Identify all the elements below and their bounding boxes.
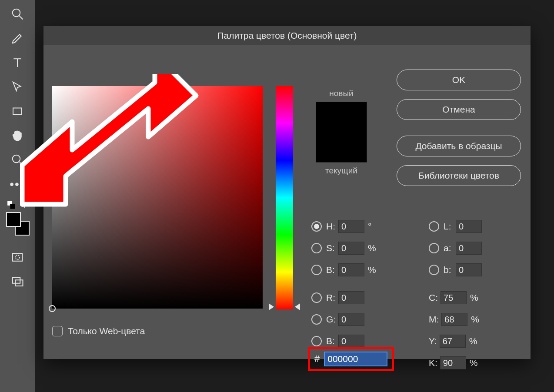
svg-rect-7 [13, 253, 23, 261]
unit-h: ° [368, 221, 371, 232]
input-h[interactable] [338, 220, 364, 233]
color-preview-swatch[interactable] [316, 102, 367, 163]
swap-colors-icon[interactable] [19, 202, 27, 209]
input-r[interactable] [338, 291, 364, 304]
web-colors-checkbox[interactable] [52, 326, 63, 336]
color-controls [5, 202, 30, 236]
input-m[interactable] [441, 313, 467, 326]
color-libraries-button[interactable]: Библиотеки цветов [397, 165, 521, 186]
color-picker-dialog: Палитра цветов (Основной цвет) новый тек… [43, 26, 531, 359]
radio-l[interactable] [429, 221, 439, 232]
foreground-color-swatch[interactable] [6, 212, 21, 227]
svg-point-0 [13, 9, 20, 17]
color-sample-ring[interactable] [49, 305, 56, 312]
radio-a[interactable] [429, 243, 439, 253]
web-colors-label: Только Web-цвета [68, 326, 145, 336]
screenmode-tool[interactable] [7, 271, 28, 292]
input-bch[interactable] [338, 335, 364, 348]
svg-line-6 [20, 162, 23, 166]
default-colors-icon[interactable] [7, 201, 17, 210]
color-field[interactable] [52, 86, 263, 309]
radio-bv[interactable] [311, 265, 322, 275]
tools-toolbar: ••• [0, 0, 35, 392]
hex-input[interactable] [324, 352, 387, 366]
current-color-label: текущий [313, 166, 370, 176]
label-r: R: [326, 292, 338, 303]
path-select-tool[interactable] [7, 76, 28, 97]
radio-g[interactable] [311, 314, 322, 325]
radio-h[interactable] [311, 221, 322, 232]
radio-s[interactable] [311, 243, 322, 253]
label-y: Y: [429, 336, 437, 346]
new-color-label: новый [313, 89, 370, 98]
zoom-tool[interactable] [7, 149, 28, 170]
input-a[interactable] [456, 242, 482, 255]
radio-bch[interactable] [311, 336, 322, 346]
more-tools-icon[interactable]: ••• [7, 174, 28, 195]
hue-handle-right[interactable] [295, 303, 300, 310]
svg-rect-4 [13, 108, 22, 115]
input-y[interactable] [440, 335, 466, 348]
hand-tool[interactable] [7, 125, 28, 146]
hue-handle-left[interactable] [269, 303, 274, 310]
hue-slider[interactable] [276, 86, 293, 309]
input-c[interactable] [441, 291, 467, 304]
label-bv: B: [326, 265, 338, 275]
ok-button[interactable]: OK [397, 70, 521, 90]
text-tool[interactable] [7, 52, 28, 73]
label-m: M: [429, 314, 439, 325]
pen-tool[interactable] [7, 28, 28, 49]
label-c: C: [429, 292, 438, 303]
cancel-button[interactable]: Отмена [397, 99, 521, 120]
hex-hash: # [314, 353, 320, 365]
label-l: L: [444, 221, 456, 232]
unit-y: % [469, 336, 477, 346]
magnify-tool[interactable] [7, 3, 28, 24]
radio-b[interactable] [429, 265, 439, 275]
input-bv[interactable] [338, 263, 364, 276]
label-k: K: [429, 358, 437, 368]
input-s[interactable] [338, 242, 364, 255]
svg-point-8 [15, 255, 20, 259]
input-b[interactable] [456, 263, 482, 276]
unit-c: % [470, 292, 478, 303]
input-l[interactable] [456, 220, 482, 233]
unit-k: % [470, 358, 478, 368]
label-b: b: [444, 265, 456, 275]
rectangle-tool[interactable] [7, 101, 28, 122]
add-to-swatches-button[interactable]: Добавить в образцы [397, 136, 521, 156]
label-a: a: [444, 243, 456, 253]
label-s: S: [326, 243, 338, 253]
svg-line-1 [19, 16, 23, 20]
radio-r[interactable] [311, 292, 322, 303]
quickmask-tool[interactable] [7, 247, 28, 268]
svg-point-5 [13, 155, 20, 163]
unit-bv: % [368, 265, 376, 275]
hex-field-highlight: # [308, 347, 394, 371]
label-bch: B: [326, 336, 338, 346]
input-g[interactable] [338, 313, 364, 326]
input-k[interactable] [440, 356, 466, 369]
label-g: G: [326, 314, 338, 325]
label-h: H: [326, 221, 338, 232]
unit-m: % [471, 314, 479, 325]
unit-s: % [368, 243, 376, 253]
dialog-title: Палитра цветов (Основной цвет) [43, 26, 531, 45]
